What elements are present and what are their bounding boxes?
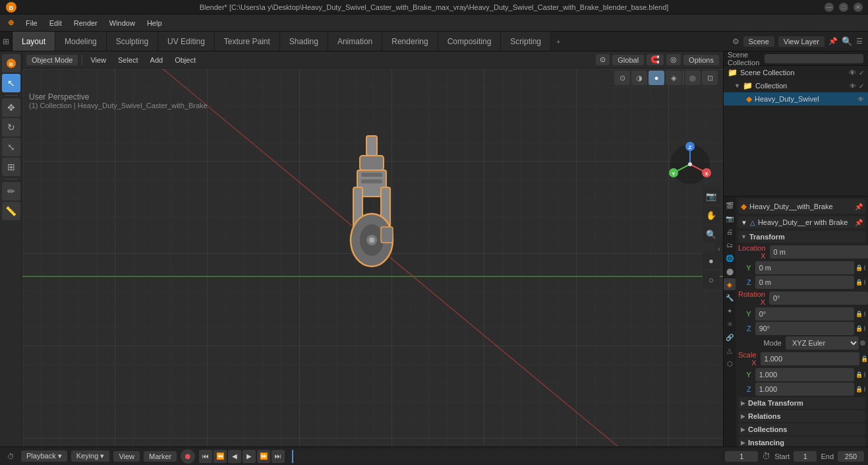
outliner-object-heavy-duty[interactable]: ◆ Heavy_Duty_Swivel 👁: [724, 92, 868, 106]
scale-x-input[interactable]: [761, 352, 859, 365]
rotate-tool[interactable]: ↻: [2, 118, 20, 137]
rotation-mode-select[interactable]: XYZ Euler: [786, 336, 859, 350]
transform-section-header[interactable]: ▼ Transform: [738, 231, 865, 243]
current-frame-input[interactable]: [725, 451, 758, 462]
blender-menu-item[interactable]: ⊕: [3, 17, 19, 28]
props-tab-view-layer[interactable]: 🗂: [724, 239, 736, 251]
tab-rendering[interactable]: Rendering: [382, 32, 438, 51]
viewport-object-menu[interactable]: Object: [171, 55, 200, 65]
object-vis[interactable]: 👁: [857, 96, 864, 103]
tab-modeling[interactable]: Modeling: [55, 32, 107, 51]
start-frame-input[interactable]: [794, 451, 817, 462]
location-z-keyframe[interactable]: [864, 280, 865, 285]
timeline-scrubber[interactable]: [289, 450, 721, 463]
instancing-section[interactable]: ▶ Instancing: [738, 437, 865, 447]
nav-gizmo[interactable]: Z X Y: [667, 141, 713, 187]
outliner-search-input[interactable]: [765, 54, 863, 63]
rotation-y-lock[interactable]: 🔒: [855, 309, 863, 319]
tab-layout[interactable]: Layout: [13, 32, 55, 51]
tab-scripting[interactable]: Scripting: [501, 32, 551, 51]
scene-collection-restrict[interactable]: ✓: [859, 69, 864, 77]
location-y-input[interactable]: [755, 261, 854, 274]
scale-z-input[interactable]: [755, 383, 854, 396]
location-z-lock[interactable]: 🔒: [855, 278, 863, 287]
filter-icon[interactable]: ☰: [856, 37, 863, 46]
step-back-button[interactable]: ⏪: [214, 450, 227, 463]
collection-vis[interactable]: 👁: [850, 82, 856, 90]
jump-end-button[interactable]: ⏭: [272, 450, 285, 463]
snap-toggle[interactable]: 🧲: [647, 54, 664, 65]
camera-view-icon[interactable]: 📷: [703, 187, 720, 204]
panel-collapse-button[interactable]: ‹: [715, 236, 723, 263]
scene-selector[interactable]: Scene: [743, 36, 774, 47]
viewport-overlays-btn[interactable]: ◎: [685, 71, 701, 85]
rotation-z-keyframe[interactable]: [864, 326, 865, 331]
shading-mode-1[interactable]: ⊙: [614, 71, 630, 85]
viewport-add-menu[interactable]: Add: [146, 55, 167, 65]
step-forward-button[interactable]: ⏩: [257, 450, 270, 463]
props-tab-physics[interactable]: ⚛: [724, 318, 736, 330]
menu-file[interactable]: File: [20, 18, 43, 28]
shading-mode-2[interactable]: ◑: [631, 71, 647, 85]
playback-menu[interactable]: Playback ▾: [21, 450, 67, 462]
props-tab-scene-props[interactable]: 🌐: [724, 252, 736, 264]
jump-start-button[interactable]: ⏮: [199, 450, 212, 463]
proportional-edit-toggle[interactable]: ◎: [666, 54, 681, 65]
minimize-button[interactable]: —: [825, 3, 834, 12]
xray-toggle[interactable]: ⊡: [702, 71, 718, 85]
props-tab-world[interactable]: ⬤: [724, 265, 736, 277]
hand-tool-icon[interactable]: ✋: [703, 206, 720, 224]
keying-menu[interactable]: Keying ▾: [71, 450, 110, 462]
collection-restrict[interactable]: ✓: [859, 82, 864, 90]
mode-dot[interactable]: [860, 340, 865, 346]
location-y-keyframe[interactable]: [864, 265, 865, 270]
scene-collection-vis[interactable]: 👁: [849, 69, 856, 77]
marker-menu[interactable]: Marker: [144, 451, 177, 462]
props-tab-render[interactable]: 📷: [724, 212, 736, 224]
props-tab-material[interactable]: ⬡: [724, 357, 736, 369]
props-tab-data[interactable]: △: [724, 344, 736, 356]
outliner-collection[interactable]: ▼ 📁 Collection 👁 ✓: [724, 79, 868, 92]
menu-help[interactable]: Help: [142, 18, 167, 28]
record-button[interactable]: ⏺: [181, 449, 195, 464]
transform-tool[interactable]: ⊞: [2, 158, 20, 176]
scale-y-lock[interactable]: 🔒: [855, 370, 863, 379]
tab-uv-editing[interactable]: UV Editing: [158, 32, 215, 51]
scale-x-lock[interactable]: 🔒: [861, 354, 868, 363]
maximize-button[interactable]: □: [839, 3, 848, 12]
props-tab-particles[interactable]: ✦: [724, 305, 736, 317]
transform-pivot-selector[interactable]: ⊙: [596, 54, 610, 65]
view-menu[interactable]: View: [113, 451, 140, 462]
annotate-tool[interactable]: ✏: [2, 182, 20, 201]
tab-compositing[interactable]: Compositing: [438, 32, 502, 51]
props-tab-constraints[interactable]: 🔗: [724, 331, 736, 343]
wireframe-icon[interactable]: ○: [703, 271, 720, 288]
viewport-select-menu[interactable]: Select: [114, 55, 142, 65]
tab-shading[interactable]: Shading: [280, 32, 328, 51]
delta-transform-section[interactable]: ▶ Delta Transform: [738, 397, 865, 409]
end-frame-input[interactable]: [838, 451, 864, 462]
location-y-lock[interactable]: 🔒: [855, 263, 863, 272]
cursor-tool[interactable]: ↖: [2, 74, 20, 92]
move-tool[interactable]: ✥: [2, 98, 20, 117]
menu-render[interactable]: Render: [69, 18, 103, 28]
titlebar-controls[interactable]: — □ ✕: [825, 3, 863, 12]
menu-edit[interactable]: Edit: [44, 18, 67, 28]
viewport-canvas[interactable]: User Perspective (1) Collection | Heavy_…: [22, 69, 723, 447]
scale-z-keyframe[interactable]: [864, 387, 865, 392]
rotation-y-keyframe[interactable]: [864, 311, 865, 317]
props-tab-output[interactable]: 🖨: [724, 226, 736, 237]
props-tab-object[interactable]: ◆: [724, 278, 736, 290]
blender-logo-btn[interactable]: B: [2, 54, 20, 73]
rotation-z-input[interactable]: [755, 322, 854, 335]
viewlayer-selector[interactable]: View Layer: [778, 36, 825, 47]
transform-orientation-selector[interactable]: Global: [612, 55, 644, 65]
location-z-input[interactable]: [755, 276, 854, 289]
relations-section[interactable]: ▶ Relations: [738, 410, 865, 422]
scale-y-keyframe[interactable]: [864, 372, 865, 377]
rotation-z-lock[interactable]: 🔒: [855, 324, 863, 333]
tab-sculpting[interactable]: Sculpting: [107, 32, 158, 51]
scale-tool[interactable]: ⤡: [2, 138, 20, 156]
pin-button[interactable]: 📌: [855, 203, 863, 210]
collections-section[interactable]: ▶ Collections: [738, 423, 865, 435]
